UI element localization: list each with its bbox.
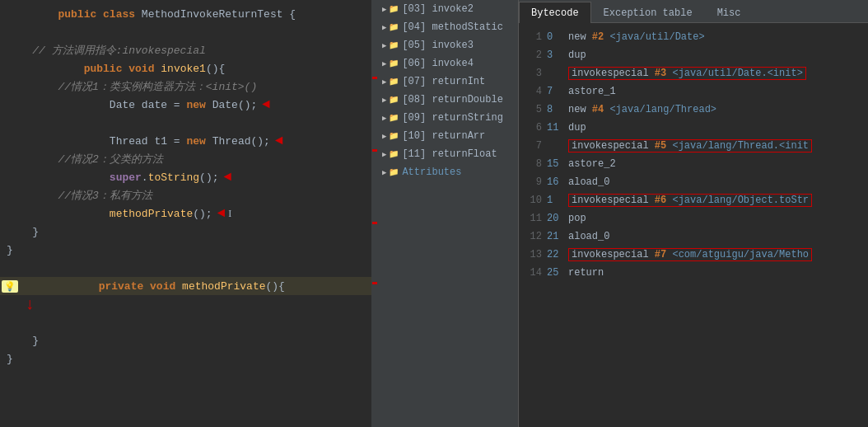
bc-offset: 8 — [547, 104, 565, 115]
bc-ref: #3 — [655, 68, 666, 79]
tree-item-invoke2[interactable]: ▶ 📁 [03] invoke2 — [379, 0, 518, 18]
code-line-1: public class MethodInvokeReturnTest { — [0, 5, 378, 23]
scroll-mark-3 — [372, 222, 377, 224]
bc-line-3: 3 invokespecial #3 <java/util/Date.<init… — [522, 64, 865, 82]
bc-linenum: 8 — [525, 158, 542, 170]
bc-highlighted-2: invokespecial #5 <java/lang/Thread.<init — [568, 139, 812, 152]
bc-instr: dup — [568, 122, 586, 134]
code-line-17 — [0, 313, 378, 331]
tree-label: [05] invoke3 — [402, 40, 473, 51]
bc-linenum: 4 — [525, 86, 542, 97]
tree-item-returnstring[interactable]: ▶ 📁 [09] returnString — [379, 109, 518, 127]
folder-icon: 📁 — [388, 94, 399, 106]
code-line-arrow-down: ↓ — [0, 295, 378, 313]
bc-line-2: 2 3 dup — [522, 46, 865, 64]
expand-icon: ▶ — [382, 114, 386, 123]
bc-instr: invokespecial — [572, 249, 655, 260]
arrow-marker-2: ◄ — [275, 134, 283, 148]
expand-icon: ▶ — [382, 150, 386, 159]
tree-label: [07] returnInt — [402, 76, 485, 87]
bc-instr: astore_2 — [568, 158, 616, 170]
tab-bytecode[interactable]: Bytecode — [519, 2, 591, 23]
scroll-mark-4 — [372, 282, 377, 284]
bc-line-11: 11 20 pop — [522, 209, 865, 228]
code-line-6: Date date = new Date(); ◄ — [0, 96, 378, 114]
code-line-13: } — [0, 223, 378, 241]
bc-instr: invokespecial — [572, 140, 655, 152]
folder-icon: 📁 — [388, 21, 399, 33]
bc-ref: #5 — [655, 140, 666, 152]
bc-line-12: 12 21 aload_0 — [522, 228, 865, 246]
bc-line-10: 10 1 invokespecial #6 <java/lang/Object.… — [522, 191, 865, 209]
folder-icon: 📁 — [388, 40, 399, 51]
bc-linenum: 7 — [525, 140, 542, 152]
bc-linenum: 5 — [525, 104, 542, 115]
bytecode-tabs: Bytecode Exception table Misc — [519, 0, 868, 23]
expand-icon: ▶ — [382, 23, 386, 32]
code-editor: public class MethodInvokeReturnTest { //… — [0, 0, 379, 427]
expand-icon: ▶ — [382, 168, 386, 177]
folder-icon: 📁 — [388, 3, 399, 15]
tree-label-attributes: Attributes — [402, 167, 461, 178]
bc-instr: new — [568, 31, 586, 43]
expand-icon: ▶ — [382, 132, 386, 141]
bc-linenum: 2 — [525, 49, 542, 61]
bc-linenum: 12 — [525, 231, 542, 242]
bc-line-8: 8 15 astore_2 — [522, 155, 865, 173]
code-line-4: public void invoke1(){ — [0, 59, 378, 77]
tree-item-returndouble[interactable]: ▶ 📁 [08] returnDouble — [379, 91, 518, 109]
bc-instr: astore_1 — [568, 86, 616, 97]
bc-linenum: 14 — [525, 267, 542, 279]
bc-instr: return — [568, 267, 604, 279]
bc-highlighted-1: invokespecial #3 <java/util/Date.<init> — [568, 67, 806, 80]
bc-linenum: 6 — [525, 122, 542, 134]
bc-offset: 0 — [547, 31, 565, 43]
tree-label: [11] returnFloat — [402, 148, 497, 160]
bc-ref: #6 — [655, 195, 666, 206]
scroll-mark-1 — [372, 77, 377, 79]
editor-scrollbar[interactable] — [371, 0, 378, 427]
tree-item-returnarr[interactable]: ▶ 📁 [10] returnArr — [379, 127, 518, 145]
bc-offset: 1 — [547, 195, 565, 206]
tree-item-invoke4[interactable]: ▶ 📁 [06] invoke4 — [379, 54, 518, 73]
bytecode-content: 1 0 new #2 <java/util/Date> 2 3 dup 3 in… — [519, 23, 868, 427]
bc-instr: new — [568, 104, 586, 115]
tree-label: [04] methodStatic — [402, 21, 502, 33]
tree-label: [08] returnDouble — [402, 94, 502, 106]
code-lines: public class MethodInvokeReturnTest { //… — [0, 0, 378, 373]
code-line-2 — [0, 23, 378, 41]
tree-item-methodstatic[interactable]: ▶ 📁 [04] methodStatic — [379, 18, 518, 36]
tab-exception-table[interactable]: Exception table — [591, 2, 705, 23]
folder-icon: 📁 — [388, 167, 399, 178]
bc-type: <java/lang/Thread.<init — [672, 140, 809, 152]
arrow-marker-1: ◄ — [262, 97, 270, 112]
bulb-icon: 💡 — [2, 280, 18, 293]
down-arrow: ↓ — [25, 295, 35, 314]
bc-offset: 3 — [547, 49, 565, 61]
tree-label: [03] invoke2 — [402, 3, 473, 15]
bc-line-5: 5 8 new #4 <java/lang/Thread> — [522, 101, 865, 119]
bc-linenum: 11 — [525, 213, 542, 224]
expand-icon: ▶ — [382, 5, 386, 14]
bc-offset: 25 — [547, 267, 565, 279]
folder-icon: 📁 — [388, 148, 399, 160]
tree-item-attributes[interactable]: ▶ 📁 Attributes — [379, 163, 518, 181]
folder-icon: 📁 — [388, 76, 399, 87]
bc-instr: dup — [568, 49, 586, 61]
bc-ref: #7 — [655, 249, 666, 260]
bc-type: <java/lang/Object.toStr — [672, 195, 809, 206]
tree-item-returnint[interactable]: ▶ 📁 [07] returnInt — [379, 73, 518, 91]
bc-linenum: 1 — [525, 31, 542, 43]
code-line-10: super.toString(); ◄ — [0, 168, 378, 186]
code-line-18: } — [0, 331, 378, 350]
expand-icon: ▶ — [382, 59, 386, 68]
code-line-14: } — [0, 241, 378, 259]
bc-type: <java/util/Date> — [609, 31, 704, 43]
tab-misc[interactable]: Misc — [705, 2, 754, 23]
tree-item-invoke3[interactable]: ▶ 📁 [05] invoke3 — [379, 36, 518, 54]
bc-offset: 22 — [547, 249, 565, 260]
tree-item-returnfloat[interactable]: ▶ 📁 [11] returnFloat — [379, 145, 518, 163]
expand-icon: ▶ — [382, 41, 386, 50]
bc-instr: aload_0 — [568, 231, 609, 242]
bc-type: <java/lang/Thread> — [609, 104, 716, 115]
